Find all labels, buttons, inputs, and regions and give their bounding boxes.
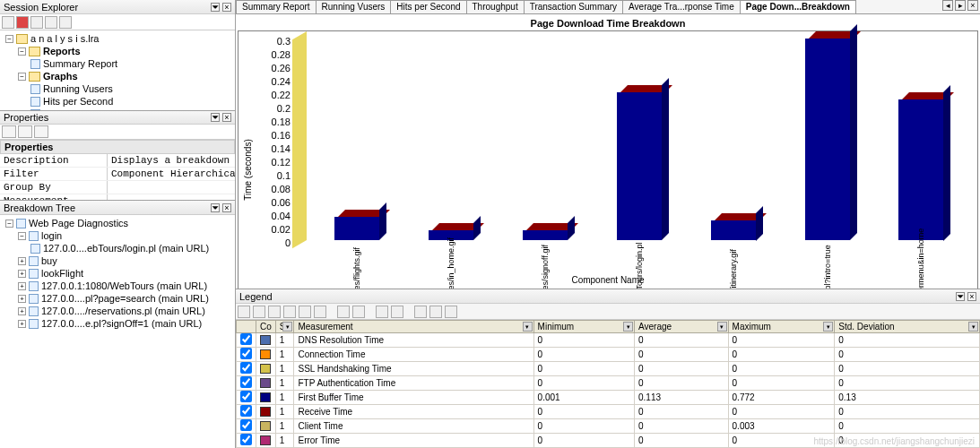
legend-checkbox[interactable]	[240, 391, 252, 402]
chart-bar[interactable]	[523, 230, 568, 240]
delete-icon[interactable]	[16, 16, 29, 29]
tab[interactable]: Transaction Summary	[524, 0, 623, 13]
pin-icon[interactable]: ⏷	[211, 203, 220, 212]
legend-row[interactable]: 1 SSL Handshaking Time 0 0 0 0	[237, 362, 980, 376]
tree-item[interactable]: login	[41, 229, 62, 242]
property-value[interactable]: Displays a breakdown of each	[108, 154, 235, 167]
legend-header-cell[interactable]: Sc▾	[275, 321, 294, 333]
tab-next-icon[interactable]: ▸	[955, 0, 966, 11]
toolbar-button[interactable]	[34, 125, 48, 138]
chart-bar[interactable]	[617, 92, 662, 240]
expand-icon[interactable]: +	[18, 307, 26, 315]
expand-icon[interactable]: −	[18, 232, 26, 240]
expand-icon[interactable]: −	[5, 220, 13, 228]
tab-prev-icon[interactable]: ◂	[942, 0, 953, 11]
close-icon[interactable]: ×	[222, 113, 231, 122]
toolbar-button[interactable]	[283, 306, 296, 318]
expand-icon[interactable]: −	[18, 47, 26, 56]
expand-icon[interactable]: +	[18, 295, 26, 303]
pin-icon[interactable]: ⏷	[211, 3, 220, 12]
property-value[interactable]: Component Hierarchical Path	[108, 168, 235, 180]
chart-bar[interactable]	[334, 217, 379, 240]
tree-item[interactable]: Throughput	[43, 108, 93, 110]
legend-row[interactable]: 1 FTP Authentication Time 0 0 0 0	[237, 376, 980, 391]
legend-row[interactable]: 1 First Buffer Time 0.001 0.113 0.772 0.…	[237, 391, 980, 405]
toolbar-button[interactable]	[2, 125, 16, 138]
legend-checkbox[interactable]	[240, 405, 252, 417]
toolbar-button[interactable]	[45, 16, 57, 29]
toolbar-button[interactable]	[391, 306, 403, 318]
tree-item[interactable]: Summary Report	[43, 57, 117, 70]
toolbar-button[interactable]	[314, 306, 326, 318]
chart-bar[interactable]	[898, 99, 943, 241]
close-icon[interactable]: ×	[967, 292, 976, 301]
legend-header-cell[interactable]: Minimum▾	[533, 321, 634, 333]
dropdown-icon[interactable]: ▾	[623, 322, 633, 332]
tree-graphs[interactable]: Graphs	[43, 70, 78, 82]
tree-item[interactable]: Running Vusers	[43, 82, 113, 95]
pin-icon[interactable]: ⏷	[211, 113, 220, 122]
legend-checkbox[interactable]	[240, 419, 252, 431]
legend-row[interactable]: 1 Client Time 0 0 0.003 0	[237, 419, 980, 434]
toolbar-button[interactable]	[2, 16, 14, 29]
legend-header-cell[interactable]	[237, 321, 256, 333]
legend-row[interactable]: 1 Receive Time 0 0 0 0	[237, 405, 980, 419]
dropdown-icon[interactable]: ▾	[282, 322, 292, 332]
dropdown-icon[interactable]: ▾	[823, 322, 833, 332]
legend-checkbox[interactable]	[240, 348, 252, 359]
legend-row[interactable]: 1 Error Time 0 0 0 0	[237, 434, 980, 448]
toolbar-button[interactable]	[268, 306, 281, 318]
tab[interactable]: Running Vusers	[316, 0, 392, 13]
tab[interactable]: Summary Report	[236, 0, 317, 13]
legend-row[interactable]: 1 Connection Time 0 0 0 0	[237, 348, 980, 362]
expand-icon[interactable]: −	[18, 73, 26, 81]
tree-reports[interactable]: Reports	[43, 45, 81, 57]
tree-item[interactable]: 127.0.0..../reservations.pl (main URL)	[41, 305, 205, 317]
legend-header-cell[interactable]: Measurement▾	[294, 321, 533, 333]
session-tree[interactable]: −a n a l y s i s.lra −Reports Summary Re…	[0, 30, 235, 110]
toolbar-button[interactable]	[238, 306, 250, 318]
toolbar-button[interactable]	[59, 16, 72, 29]
toolbar-button[interactable]	[253, 306, 265, 318]
toolbar-button[interactable]	[376, 306, 388, 318]
tab[interactable]: Page Down...Breakdown	[740, 0, 856, 13]
tree-item[interactable]: lookFlight	[41, 267, 83, 280]
expand-icon[interactable]: +	[18, 320, 26, 328]
expand-icon[interactable]: +	[18, 282, 26, 290]
tree-item[interactable]: Hits per Second	[43, 95, 113, 108]
legend-header-cell[interactable]: Maximum▾	[728, 321, 835, 333]
toolbar-button[interactable]	[429, 306, 442, 318]
legend-header-cell[interactable]: Average▾	[635, 321, 729, 333]
tab[interactable]: Throughput	[466, 0, 525, 13]
close-icon[interactable]: ×	[222, 203, 231, 212]
legend-row[interactable]: 1 DNS Resolution Time 0 0 0 0	[237, 333, 980, 348]
dropdown-icon[interactable]: ▾	[968, 322, 978, 332]
breakdown-tree[interactable]: −Web Page Diagnostics −login127.0.0....e…	[0, 215, 235, 448]
close-icon[interactable]: ×	[222, 3, 231, 12]
toolbar-button[interactable]	[18, 125, 32, 138]
dropdown-icon[interactable]: ▾	[717, 322, 727, 332]
tree-item[interactable]: 127.0.0....ebTours/login.pl (main URL)	[43, 242, 209, 254]
legend-checkbox[interactable]	[240, 333, 252, 345]
toolbar-button[interactable]	[414, 306, 427, 318]
dropdown-icon[interactable]: ▾	[523, 322, 533, 332]
tree-item[interactable]: 127.0.0.1:1080/WebTours (main URL)	[41, 280, 207, 292]
toolbar-button[interactable]	[445, 306, 457, 318]
expand-icon[interactable]: +	[18, 270, 26, 278]
legend-checkbox[interactable]	[240, 376, 252, 388]
tab-close-icon[interactable]: ×	[967, 0, 978, 11]
tree-item[interactable]: 127.0.0....pl?page=search (main URL)	[41, 292, 209, 305]
property-value[interactable]	[108, 194, 235, 201]
expand-icon[interactable]: +	[18, 257, 26, 265]
tab[interactable]: Hits per Second	[390, 0, 466, 13]
tree-root[interactable]: Web Page Diagnostics	[29, 217, 128, 229]
property-value[interactable]	[108, 181, 235, 194]
chart-bar[interactable]	[711, 220, 756, 241]
tab[interactable]: Average Tra...rponse Time	[622, 0, 741, 13]
legend-header-cell[interactable]: Co	[256, 321, 276, 333]
chart-bar[interactable]	[805, 39, 850, 240]
tree-item[interactable]: buy	[41, 254, 57, 267]
toolbar-button[interactable]	[337, 306, 350, 318]
legend-checkbox[interactable]	[240, 362, 252, 374]
expand-icon[interactable]: −	[5, 35, 13, 43]
